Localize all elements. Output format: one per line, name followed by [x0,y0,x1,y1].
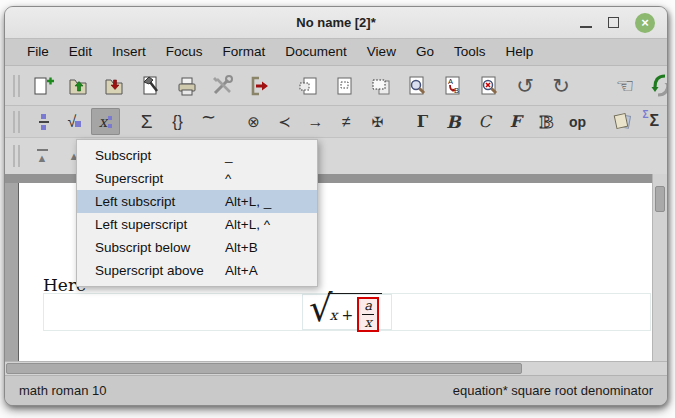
menu-format[interactable]: Format [213,39,276,65]
vertical-scrollbar-thumb[interactable] [655,186,665,212]
menu-bar: File Edit Insert Focus Format Document V… [5,39,667,66]
status-right: equation* square root denominator [453,383,653,398]
blackboard-letter-button[interactable]: B [532,108,561,135]
right-arrow-icon: → [308,113,324,131]
vertical-scrollbar[interactable] [652,174,667,361]
copy-button[interactable] [331,72,359,100]
symbols-button[interactable]: ✠ [363,108,392,135]
toolbar-grip[interactable] [13,111,20,133]
spell-check-button[interactable] [475,72,503,100]
preferences-button[interactable] [209,72,237,100]
big-operator-button[interactable]: Σ [132,108,161,135]
braces-button[interactable]: {} [163,108,192,135]
menu-go[interactable]: Go [406,39,444,65]
square-root-button[interactable]: √ [60,108,89,135]
wide-accent-button[interactable]: ∼ [194,108,223,135]
greek-letter-button[interactable]: Γ [408,108,437,135]
export-button[interactable] [245,72,273,100]
menu-edit[interactable]: Edit [59,39,102,65]
back-button[interactable]: ☜ [611,72,639,100]
hammer-icon [139,74,163,98]
menu-item-left-subscript[interactable]: Left subscriptAlt+L, _ [77,190,317,213]
status-bar: math roman 10 equation* square root deno… [5,375,667,405]
menu-help[interactable]: Help [495,39,543,65]
arrow-button[interactable]: → [301,108,330,135]
symbol-cards-icon [614,113,632,131]
sum-with-script-icon: ΣΣ [643,111,665,133]
equation-focus-box[interactable]: √ x + a x [302,294,392,330]
close-button[interactable]: × [635,13,655,33]
equation-environment-box: √ x + a x [43,293,651,331]
scripts-dropdown-menu: Subscript_ Superscript^ Left subscriptAl… [76,139,318,287]
status-left: math roman 10 [19,383,106,398]
redo-button[interactable]: ↻ [547,72,575,100]
compile-button[interactable] [137,72,165,100]
fraction-button[interactable] [29,108,58,135]
search-button[interactable] [403,72,431,100]
menu-view[interactable]: View [357,39,406,65]
undo-button[interactable]: ↺ [511,72,539,100]
fraction-icon [39,114,49,130]
revert-button[interactable] [647,72,668,100]
bold-letter-button[interactable]: B [439,108,468,135]
maximize-button[interactable] [608,17,619,28]
shortcut: ^ [225,171,303,186]
relation-button[interactable]: ≺ [270,108,299,135]
open-document-button[interactable] [65,72,93,100]
paste-button[interactable] [367,72,395,100]
paste-icon [369,74,393,98]
save-document-icon [103,74,127,98]
window-controls: × [580,13,667,33]
menu-insert[interactable]: Insert [102,39,156,65]
sum-icon: Σ [141,111,153,133]
fraction-cursor-box[interactable]: a x [357,297,379,331]
symbol-palette-button[interactable] [608,108,637,135]
exit-upward-button[interactable]: ▲ [29,144,55,168]
main-toolbar: AB ↺ ↻ ☜ ☞ [5,66,667,106]
numerator: a [362,299,374,315]
menu-item-superscript-above[interactable]: Superscript aboveAlt+A [77,259,317,282]
menu-item-superscript[interactable]: Superscript^ [77,167,317,190]
op-icon: op [569,114,586,130]
otimes-icon: ⊗ [247,113,260,131]
new-document-button[interactable] [29,72,57,100]
scripts-button[interactable]: x [91,108,120,135]
circled-operator-button[interactable]: ⊗ [239,108,268,135]
minimize-button[interactable] [580,26,592,28]
calligraphic-letter-button[interactable]: C [470,108,499,135]
menu-document[interactable]: Document [275,39,357,65]
insert-big-sum-button[interactable]: ΣΣ [639,108,668,135]
menu-focus[interactable]: Focus [156,39,213,65]
operator-button[interactable]: op [563,108,592,135]
toolbar-grip[interactable] [13,75,20,97]
application-window: No name [2]* × File Edit Insert Focus Fo… [4,6,668,406]
undo-icon: ↺ [516,74,534,98]
variable-x: x [330,307,338,323]
menu-item-subscript-below[interactable]: Subscript belowAlt+B [77,236,317,259]
shortcut: Alt+B [225,240,303,255]
menu-tools[interactable]: Tools [444,39,496,65]
revert-icon [649,74,668,98]
toolbar-grip[interactable] [13,145,20,167]
fraktur-letter-button[interactable]: F [501,108,530,135]
math-toolbar: √ x Σ {} ∼ ⊗ ≺ → ≠ ✠ Γ B C F B op ΣΣ Σ » [5,106,667,138]
save-document-button[interactable] [101,72,129,100]
scripts-icon: x [99,113,112,131]
replace-button[interactable]: AB [439,72,467,100]
bold-B-icon: B [446,112,460,132]
title-bar[interactable]: No name [2]* × [5,7,667,39]
exit-upward-icon: ▲ [37,149,48,164]
not-equal-icon: ≠ [342,113,351,131]
menu-item-left-superscript[interactable]: Left superscriptAlt+L, ^ [77,213,317,236]
negation-button[interactable]: ≠ [332,108,361,135]
horizontal-scrollbar[interactable] [5,361,667,375]
open-document-icon [67,74,91,98]
menu-item-subscript[interactable]: Subscript_ [77,144,317,167]
tools-icon [211,74,235,98]
menu-file[interactable]: File [17,39,59,65]
redo-icon: ↻ [552,74,570,98]
horizontal-scrollbar-thumb[interactable] [6,363,522,374]
cut-button[interactable] [295,72,323,100]
print-button[interactable] [173,72,201,100]
search-icon [405,74,429,98]
